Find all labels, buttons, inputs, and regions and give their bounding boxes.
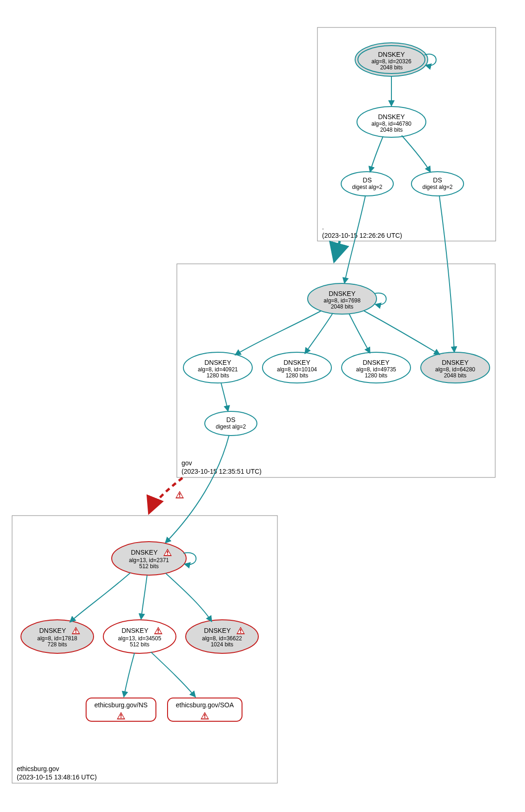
svg-text:alg=8, id=20326: alg=8, id=20326	[371, 58, 411, 65]
svg-text:512 bits: 512 bits	[139, 563, 159, 570]
svg-text:alg=8, id=40921: alg=8, id=40921	[198, 366, 238, 373]
node-eb-k2[interactable]: DNSKEY alg=13, id=34505 512 bits	[103, 620, 176, 653]
zone-label-gov-name: gov	[182, 459, 192, 467]
svg-text:DS: DS	[363, 176, 371, 184]
svg-text:alg=8, id=64280: alg=8, id=64280	[435, 366, 475, 373]
warning-icon	[175, 491, 184, 498]
zone-label-gov-ts: (2023-10-15 12:35:51 UTC)	[182, 468, 262, 475]
zone-label-ethicsburg-ts: (2023-10-15 13:48:16 UTC)	[17, 773, 97, 781]
svg-text:DNSKEY: DNSKEY	[363, 359, 390, 366]
svg-text:DNSKEY: DNSKEY	[378, 51, 405, 58]
edge-eb-ksk-k3	[166, 573, 212, 622]
svg-text:alg=8, id=46780: alg=8, id=46780	[371, 121, 411, 127]
node-eb-k3[interactable]: DNSKEY alg=8, id=36622 1024 bits	[186, 620, 258, 653]
svg-text:DS: DS	[433, 176, 442, 184]
edge-gov-k1-ds	[221, 383, 228, 411]
node-gov-k1[interactable]: DNSKEY alg=8, id=40921 1280 bits	[183, 352, 252, 383]
svg-text:DNSKEY: DNSKEY	[39, 627, 66, 634]
dnssec-diagram: . (2023-10-15 12:26:26 UTC) gov (2023-10…	[0, 0, 525, 812]
svg-text:728 bits: 728 bits	[47, 641, 67, 648]
edge-gov-ksk-k3	[349, 314, 370, 353]
svg-text:DNSKEY: DNSKEY	[121, 627, 148, 634]
edge-eb-k2-ns	[124, 653, 135, 697]
svg-text:alg=13, id=2371: alg=13, id=2371	[129, 557, 169, 564]
node-root-ds2[interactable]: DS digest alg=2	[411, 172, 464, 196]
node-gov-ksk[interactable]: DNSKEY alg=8, id=7698 2048 bits	[308, 283, 377, 314]
node-eb-ksk[interactable]: DNSKEY alg=13, id=2371 512 bits	[112, 542, 186, 575]
svg-text:DS: DS	[226, 416, 235, 423]
svg-text:2048 bits: 2048 bits	[380, 127, 403, 133]
svg-text:DNSKEY: DNSKEY	[204, 359, 231, 366]
svg-text:1024 bits: 1024 bits	[211, 641, 234, 648]
svg-text:DNSKEY: DNSKEY	[283, 359, 310, 366]
svg-text:DNSKEY: DNSKEY	[442, 359, 469, 366]
svg-text:2048 bits: 2048 bits	[444, 372, 467, 379]
edge-eb-ksk-k1	[70, 573, 130, 622]
svg-text:2048 bits: 2048 bits	[380, 64, 403, 71]
node-gov-k3[interactable]: DNSKEY alg=8, id=49735 1280 bits	[342, 352, 411, 383]
svg-text:alg=8, id=17818: alg=8, id=17818	[37, 635, 77, 642]
node-gov-ds[interactable]: DS digest alg=2	[205, 411, 257, 436]
svg-text:digest alg=2: digest alg=2	[215, 423, 246, 430]
edge-eb-ksk-k2	[141, 575, 147, 619]
svg-text:ethicsburg.gov/NS: ethicsburg.gov/NS	[94, 701, 148, 709]
edge-gov-ds-eb-ksk	[165, 436, 229, 543]
zone-label-root-ts: (2023-10-15 12:26:26 UTC)	[322, 232, 402, 239]
edge-gov-ksk-k2	[305, 313, 333, 354]
svg-text:1280 bits: 1280 bits	[207, 372, 229, 379]
svg-text:alg=8, id=36622: alg=8, id=36622	[202, 635, 242, 642]
svg-text:1280 bits: 1280 bits	[365, 372, 388, 379]
edge-root-zsk-ds1	[370, 136, 383, 172]
edge-zone-root-to-gov	[334, 241, 340, 262]
zone-label-ethicsburg-name: ethicsburg.gov	[17, 765, 59, 772]
node-gov-k2[interactable]: DNSKEY alg=8, id=10104 1280 bits	[262, 352, 331, 383]
svg-text:DNSKEY: DNSKEY	[329, 290, 356, 297]
svg-text:DNSKEY: DNSKEY	[204, 627, 231, 634]
svg-text:2048 bits: 2048 bits	[331, 303, 354, 310]
edge-eb-k2-soa	[151, 652, 195, 697]
node-eb-soa[interactable]: ethicsburg.gov/SOA	[168, 698, 242, 721]
edge-gov-ksk-k4	[364, 311, 440, 355]
node-root-ds1[interactable]: DS digest alg=2	[341, 172, 393, 196]
edge-root-zsk-ds2	[402, 135, 431, 172]
edge-root-ds1-gov-ksk	[344, 196, 365, 283]
svg-text:alg=8, id=49735: alg=8, id=49735	[356, 366, 396, 373]
node-eb-ns[interactable]: ethicsburg.gov/NS	[86, 698, 156, 721]
svg-text:ethicsburg.gov/SOA: ethicsburg.gov/SOA	[176, 701, 234, 709]
node-root-zsk[interactable]: DNSKEY alg=8, id=46780 2048 bits	[357, 107, 426, 137]
svg-text:digest alg=2: digest alg=2	[422, 184, 452, 190]
svg-text:digest alg=2: digest alg=2	[352, 184, 382, 190]
svg-text:DNSKEY: DNSKEY	[378, 113, 405, 121]
svg-text:DNSKEY: DNSKEY	[131, 549, 158, 556]
svg-text:1280 bits: 1280 bits	[286, 372, 309, 379]
svg-text:alg=13, id=34505: alg=13, id=34505	[118, 635, 162, 642]
svg-text:alg=8, id=10104: alg=8, id=10104	[277, 366, 317, 373]
node-gov-k4[interactable]: DNSKEY alg=8, id=64280 2048 bits	[421, 352, 490, 383]
svg-text:alg=8, id=7698: alg=8, id=7698	[323, 297, 361, 304]
edge-root-ds2-gov-k4	[439, 196, 454, 352]
zone-label-root-name: .	[322, 223, 324, 231]
node-eb-k1[interactable]: DNSKEY alg=8, id=17818 728 bits	[21, 620, 94, 653]
svg-text:512 bits: 512 bits	[130, 641, 149, 648]
node-root-ksk[interactable]: DNSKEY alg=8, id=20326 2048 bits	[355, 43, 428, 76]
